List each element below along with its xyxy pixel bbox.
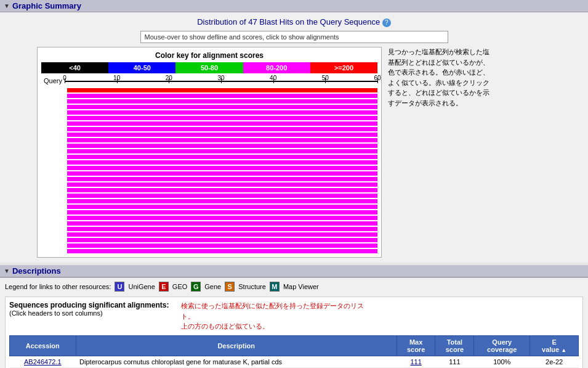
hit-line[interactable] — [67, 232, 377, 237]
graphic-summary-header: ▼ Graphic Summary — [0, 0, 588, 12]
axis-bar: 0 10 20 30 40 50 60 — [65, 76, 377, 86]
gene-badge[interactable]: G — [191, 282, 201, 292]
alignment-graphic: Color key for alignment scores <40 40-50… — [37, 47, 382, 258]
blast-title: Distribution of 47 Blast Hits on the Que… — [5, 17, 583, 27]
seqs-title-block: Sequences producing significant alignmen… — [9, 301, 169, 317]
color-key-lt40: <40 — [41, 62, 108, 73]
annotation-text: 見つかった塩基配列が検索した塩基配列とどれほど似ているかが、色で表示される。色が… — [388, 47, 493, 108]
hit-line[interactable] — [67, 116, 377, 120]
color-key-80-200: 80-200 — [243, 62, 310, 73]
query-label: Query — [41, 77, 65, 84]
descriptions-section: Legend for links to other resources: U U… — [0, 277, 588, 368]
hit-line[interactable] — [67, 188, 377, 192]
unigene-badge[interactable]: U — [115, 282, 124, 292]
structure-label: Structure — [238, 283, 266, 290]
hit-line[interactable] — [67, 199, 377, 203]
evalue-cell: 2e-22 — [530, 356, 579, 367]
description-cell: Dipterocarpus cornutus chloroplast gene … — [76, 356, 397, 367]
color-key-50-80: 50-80 — [175, 62, 243, 73]
hit-line[interactable] — [67, 160, 377, 165]
th-query-coverage[interactable]: Query coverage — [474, 335, 530, 356]
hit-line[interactable] — [67, 166, 377, 170]
hit-line[interactable] — [67, 182, 377, 187]
mapviewer-badge[interactable]: M — [270, 282, 280, 292]
hit-line[interactable] — [67, 210, 377, 215]
unigene-label: UniGene — [128, 283, 155, 290]
accession-link[interactable]: AB246472.1 — [24, 358, 62, 366]
hit-line[interactable] — [67, 105, 377, 109]
color-key-40-50: 40-50 — [108, 62, 175, 73]
color-key-gte200: >=200 — [310, 62, 377, 73]
legend-row: Legend for links to other resources: U U… — [5, 282, 583, 292]
descriptions-header: ▼ Descriptions — [0, 265, 588, 277]
hit-line[interactable] — [67, 144, 377, 148]
hit-line[interactable] — [67, 238, 377, 242]
hit-line[interactable] — [67, 99, 377, 104]
sequences-section: Sequences producing significant alignmen… — [5, 296, 583, 368]
hit-line[interactable] — [67, 216, 377, 220]
query-coverage-cell: 100% — [474, 356, 530, 367]
th-max-score[interactable]: Max score — [397, 335, 435, 356]
hit-line[interactable] — [67, 88, 377, 92]
th-accession[interactable]: Accession — [10, 335, 76, 356]
results-table: Accession Description Max score Total sc… — [9, 335, 579, 369]
hit-line[interactable] — [67, 221, 377, 226]
hit-line[interactable] — [67, 243, 377, 248]
hit-line[interactable] — [67, 171, 377, 176]
descriptions-link[interactable]: Descriptions — [12, 266, 61, 276]
structure-badge[interactable]: S — [225, 282, 235, 292]
collapse-triangle[interactable]: ▼ — [4, 2, 10, 9]
th-total-score[interactable]: Total score — [435, 335, 474, 356]
accession-cell: AB246472.1 — [10, 356, 76, 367]
mouseover-hint: Mouse-over to show defline and scores, c… — [140, 31, 448, 43]
graphic-summary-section: Distribution of 47 Blast Hits on the Que… — [0, 12, 588, 263]
hit-line[interactable] — [67, 227, 377, 231]
hit-line[interactable] — [67, 133, 377, 137]
hit-line[interactable] — [67, 177, 377, 181]
seqs-title: Sequences producing significant alignmen… — [9, 301, 169, 309]
legend-label: Legend for links to other resources: — [5, 283, 111, 290]
hit-lines-container — [67, 88, 377, 253]
hit-line[interactable] — [67, 121, 377, 126]
hit-line[interactable] — [67, 138, 377, 142]
color-key-title: Color key for alignment scores — [41, 51, 377, 60]
hit-line[interactable] — [67, 94, 377, 98]
seqs-annotation: 検索に使った塩基配列に似た配列を持った登録データのリスト。 上の方のものほど似て… — [181, 301, 366, 332]
geo-label: GEO — [172, 283, 187, 290]
hit-line[interactable] — [67, 249, 377, 253]
color-key-row: <40 40-50 50-80 80-200 >=200 — [41, 62, 377, 73]
seqs-header: Sequences producing significant alignmen… — [9, 301, 579, 332]
hit-line[interactable] — [67, 127, 377, 131]
main-content-row: Color key for alignment scores <40 40-50… — [5, 47, 583, 258]
table-row: AB246472.1 Dipterocarpus cornutus chloro… — [10, 356, 579, 367]
max-score-cell: 111 — [397, 356, 435, 367]
hit-line[interactable] — [67, 110, 377, 115]
total-score-cell: 111 — [435, 356, 474, 367]
info-icon[interactable]: ? — [382, 18, 391, 27]
score-link[interactable]: 111 — [410, 358, 421, 366]
mapviewer-label: Map Viewer — [283, 283, 319, 290]
hit-line[interactable] — [67, 194, 377, 198]
collapse-triangle-desc[interactable]: ▼ — [4, 268, 10, 274]
hit-line[interactable] — [67, 205, 377, 209]
gene-label: Gene — [204, 283, 221, 290]
hit-line[interactable] — [67, 155, 377, 159]
hit-line[interactable] — [67, 149, 377, 153]
seqs-subtitle: (Click headers to sort columns) — [9, 309, 169, 317]
sort-indicator: ▲ — [561, 347, 566, 353]
geo-badge[interactable]: E — [159, 282, 169, 292]
th-description[interactable]: Description — [76, 335, 397, 356]
graphic-summary-link[interactable]: Graphic Summary — [12, 1, 81, 10]
th-evalue[interactable]: Evalue ▲ — [530, 335, 579, 356]
